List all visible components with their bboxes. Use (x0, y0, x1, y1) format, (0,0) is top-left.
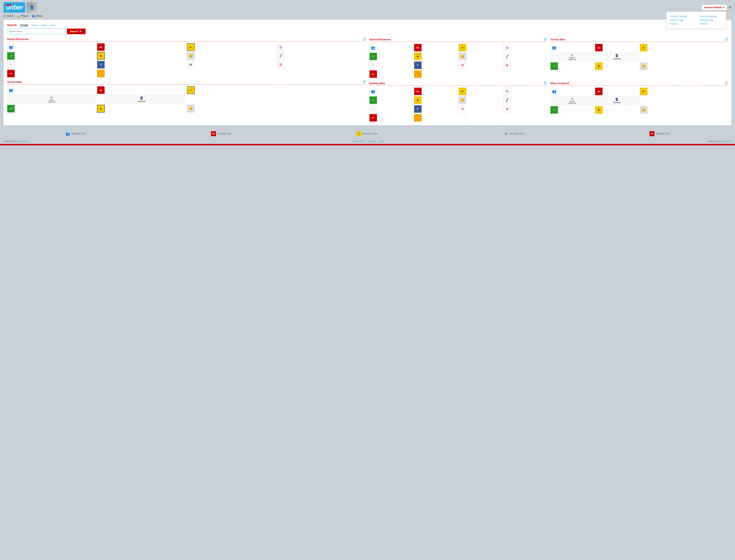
copy-icon-bored[interactable] (725, 81, 728, 85)
copy-icon-school-left[interactable] (363, 38, 366, 41)
facebook-link-bored[interactable]: f Facebook (595, 96, 639, 105)
search-tab-google[interactable]: Google (20, 23, 29, 27)
search-tab-uhber[interactable]: Uhber (49, 23, 57, 27)
icon-face-t1[interactable]: 😐 (187, 105, 195, 113)
clear-icon[interactable]: ✕ (64, 30, 66, 33)
wb-arrow[interactable]: ↗ (550, 106, 558, 114)
sr-torrent2[interactable]: 🔅 (414, 70, 422, 78)
tr-arrow[interactable]: ↗ (550, 62, 558, 70)
icon-k-1[interactable]: K (97, 52, 105, 60)
icon-bb-1[interactable]: bb (97, 43, 105, 51)
wb-bb[interactable]: bb (595, 87, 603, 95)
icon-users-t1[interactable]: 👥 (7, 86, 15, 94)
wb-face[interactable]: 😐 (640, 106, 648, 114)
advertiser-two[interactable]: bb Advertiser Two (211, 131, 231, 136)
icon-plus-1[interactable]: + (7, 61, 15, 69)
gs-users[interactable]: 👥 (369, 87, 377, 95)
tr-users[interactable]: 👥 (550, 44, 558, 52)
sr-u[interactable]: U (503, 61, 511, 69)
account-settings-link-1[interactable]: Account Settings (670, 14, 693, 18)
footer-feedback-link[interactable]: feedback (722, 140, 730, 143)
wb-check[interactable]: ✔ (640, 87, 648, 95)
account-settings-link-2[interactable]: Account Settings (700, 14, 722, 18)
icon-k-t1[interactable]: K (97, 105, 105, 113)
icon-bb-t1[interactable]: bb (97, 86, 105, 94)
gs-bb[interactable]: bb (414, 87, 422, 95)
icon-check-1[interactable]: ✔ (187, 43, 195, 51)
search-tab-bing[interactable]: Bing (41, 23, 47, 27)
sr-plus[interactable]: + (369, 61, 377, 69)
advertiser-one[interactable]: 👥 Advertiser One (65, 131, 86, 136)
sr-peace[interactable]: ☮ (503, 44, 511, 52)
sr-k[interactable]: K (414, 53, 422, 60)
gear-icon[interactable]: ⚙ (729, 5, 731, 9)
icon-check-t1[interactable]: ✔ (187, 86, 195, 94)
facebook-link-right-torrent[interactable]: f Facebook (595, 53, 639, 61)
friends-link-2[interactable]: Friends (700, 22, 722, 26)
wb-users[interactable]: 👥 (550, 87, 558, 95)
icon-torrent-1[interactable]: 🔅 (97, 70, 105, 77)
footer-about-link[interactable]: About Uhber (353, 140, 365, 143)
icon-peace-1[interactable]: ☮ (277, 43, 285, 51)
search-button[interactable]: Search 🔍 (67, 29, 86, 34)
icon-arrow-green-1[interactable]: ↗ (7, 52, 15, 60)
gs-fb[interactable]: f (414, 105, 422, 113)
icon-facebook-1[interactable]: f (97, 61, 105, 69)
icon-gmail-1[interactable]: M (187, 61, 195, 69)
advertiser-five[interactable]: bb Advertiser Five (649, 131, 670, 136)
icon-users[interactable]: 👥 (7, 43, 15, 51)
toronto-craigslist-link-left[interactable]: ☮ TorontoCraig's List (7, 95, 96, 104)
gs-lastfm[interactable]: cs (369, 114, 377, 122)
tr-check[interactable]: ✔ (640, 44, 648, 52)
sr-fb[interactable]: f (414, 61, 422, 69)
toronto-craigslist-link-right[interactable]: ☮ TorontoCraig's List (550, 53, 594, 61)
gs-slash[interactable]: ╱ (503, 96, 511, 104)
icon-slash-1[interactable]: ╱ (277, 52, 285, 60)
toronto-craigslist-link-bored[interactable]: ☮ TorontoCraig's List (550, 96, 594, 105)
account-help-link-1[interactable]: Account Help (670, 18, 693, 22)
icon-face-1[interactable]: 😐 (187, 52, 195, 60)
account-help-link-2[interactable]: Account Help (700, 18, 722, 22)
gs-torrent[interactable]: 🔅 (414, 114, 422, 122)
search-input[interactable] (7, 28, 69, 34)
footer-help-link[interactable]: Help (379, 140, 384, 143)
nav-item-home[interactable]: ★ Home (4, 14, 13, 17)
wb-k[interactable]: K (595, 106, 603, 114)
gs-peace[interactable]: ☮ (503, 87, 511, 95)
sr-face[interactable]: 😐 (459, 53, 466, 60)
sr-lastfm[interactable]: cs (369, 70, 377, 78)
sr-gmail[interactable]: M (459, 61, 466, 69)
icon-u-1[interactable]: U (277, 61, 285, 69)
sr-arrow[interactable]: ↗ (369, 53, 377, 60)
sr-check[interactable]: ✔ (459, 44, 466, 52)
tr-k[interactable]: K (595, 62, 603, 70)
user-menu-button[interactable]: Devon Veillette ▾ (702, 5, 727, 10)
advertiser-four[interactable]: ☮ Advertiser Four (504, 131, 524, 136)
gs-check[interactable]: ✔ (459, 87, 466, 95)
icon-arrow-t1[interactable]: ↗ (7, 105, 15, 113)
gs-u[interactable]: U (503, 105, 511, 113)
tr-face[interactable]: 😐 (640, 62, 648, 70)
sr-users[interactable]: 👥 (369, 44, 377, 52)
nav-item-social[interactable]: 👥 Social (32, 14, 43, 17)
friends-link-1[interactable]: Friends (670, 22, 693, 26)
sr-slash[interactable]: ╱ (503, 53, 511, 60)
copy-icon-gaming[interactable] (544, 81, 547, 85)
copy-icon-school-right[interactable] (544, 38, 547, 41)
nav-item-private[interactable]: 🔒 Private (17, 14, 28, 17)
facebook-link-left-torrent[interactable]: f Facebook (97, 95, 186, 104)
gs-plus[interactable]: + (369, 105, 377, 113)
icon-lastfm-1[interactable]: cs (7, 70, 15, 77)
advertiser-three[interactable]: ✔ Advertiser Three (356, 131, 378, 136)
copy-icon-torrent-right[interactable] (725, 38, 728, 41)
footer-developers-link[interactable]: Developers (19, 140, 29, 143)
search-tab-yahoo[interactable]: Yahoo (31, 23, 39, 27)
sr-bb[interactable]: bb (414, 44, 422, 52)
copy-icon-torrent-left[interactable] (363, 80, 366, 84)
footer-howto-link[interactable]: How-To (369, 140, 376, 143)
tr-bb[interactable]: bb (595, 44, 603, 52)
gs-face[interactable]: 😐 (459, 96, 466, 104)
gs-k[interactable]: K (414, 96, 422, 104)
gs-arrow[interactable]: ↗ (369, 96, 377, 104)
gs-gmail[interactable]: M (459, 105, 466, 113)
